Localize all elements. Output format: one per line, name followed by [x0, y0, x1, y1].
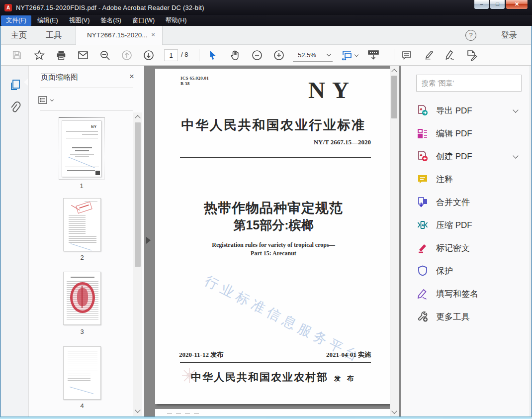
tool-comment[interactable]: 注释: [416, 171, 523, 188]
thumbnail-number: 4: [62, 402, 102, 410]
pdf-app-icon: A: [4, 4, 12, 11]
compress-pdf-icon: A: [416, 218, 429, 231]
tool-label: 标记密文: [436, 242, 470, 254]
page-number-input[interactable]: [164, 49, 178, 61]
publisher-suffix: 发 布: [334, 375, 356, 382]
thumbnail-page-2[interactable]: [63, 198, 101, 251]
tool-protect[interactable]: 保护: [416, 262, 523, 279]
tool-export-pdf[interactable]: A 导出 PDF: [416, 102, 523, 119]
previous-page-icon[interactable]: [119, 47, 135, 63]
divider: [40, 110, 133, 111]
sign-pen-icon[interactable]: [442, 47, 458, 63]
tools-search-input[interactable]: [416, 75, 522, 92]
tab-close-icon[interactable]: ×: [149, 31, 157, 39]
fit-width-icon[interactable]: [339, 47, 355, 63]
menu-edit[interactable]: 编辑(E): [32, 15, 63, 26]
thumbnail-number: 2: [62, 254, 102, 261]
export-pdf-icon: A: [416, 104, 429, 117]
thumbnail-options-button[interactable]: [38, 94, 58, 106]
save-icon[interactable]: [9, 47, 25, 63]
help-icon[interactable]: ?: [465, 30, 476, 41]
tool-redact[interactable]: 标记密文: [416, 239, 523, 256]
hand-tool-icon[interactable]: [227, 47, 243, 63]
issue-date: 2020-11-12 发布: [179, 350, 223, 359]
page-total-label: / 8: [181, 51, 188, 58]
login-button[interactable]: 登录: [501, 26, 517, 45]
zoom-out-icon[interactable]: [249, 47, 265, 63]
tool-fill-sign[interactable]: 填写和签名: [416, 285, 523, 302]
divider: [40, 88, 133, 88]
tool-label: 创建 PDF: [436, 151, 472, 162]
tool-combine-files[interactable]: 合并文件: [416, 194, 523, 210]
menu-window[interactable]: 窗口(W): [127, 15, 160, 26]
print-icon[interactable]: [53, 47, 69, 63]
minimize-button[interactable]: –: [474, 0, 489, 9]
menu-sign[interactable]: 签名(S): [95, 15, 126, 26]
pdf-page-2[interactable]: [155, 409, 392, 417]
menu-view[interactable]: 视图(V): [64, 15, 95, 26]
restore-button[interactable]: □: [490, 0, 505, 9]
thumbnail-page-3[interactable]: [63, 272, 101, 325]
attachments-paperclip-icon[interactable]: [9, 102, 22, 114]
pdf-page-1[interactable]: ICS 65.020.01 B 38 NY 中华人民共和国农业行业标准 NY/T…: [155, 69, 392, 404]
close-button[interactable]: ✕: [506, 0, 528, 9]
acrobat-window: A NYT2667.15-2020FDIS.pdf - Adobe Acroba…: [0, 0, 532, 419]
zoom-in-icon[interactable]: [271, 47, 287, 63]
page-scrolling-icon[interactable]: [365, 47, 381, 63]
thumbnail-page-1[interactable]: NY: [62, 120, 101, 177]
next-page-icon[interactable]: [141, 47, 157, 63]
zoom-level-value: 52.5%: [298, 51, 316, 59]
main-toolbar: / 8 52.5%: [1, 45, 531, 66]
document-title-cn: 热带作物品种审定规范: [155, 199, 392, 217]
tool-create-pdf[interactable]: A 创建 PDF: [416, 148, 523, 165]
expand-left-panel-icon[interactable]: [146, 237, 151, 244]
menu-help[interactable]: 帮助(H): [161, 15, 191, 26]
page-thumbnails-icon[interactable]: [9, 79, 22, 92]
tool-label: 合并文件: [436, 197, 470, 208]
chevron-down-icon: [326, 52, 331, 57]
divider: [180, 157, 371, 158]
chevron-down-icon[interactable]: [513, 107, 518, 112]
navigation-rail: [1, 66, 29, 417]
ics-code: ICS 65.020.01: [180, 76, 209, 81]
title-bar: A NYT2667.15-2020FDIS.pdf - Adobe Acroba…: [0, 0, 532, 15]
zoom-level-dropdown[interactable]: 52.5%: [293, 48, 333, 62]
publisher-name: 中华人民共和国农业农村部: [191, 371, 328, 383]
email-icon[interactable]: [75, 47, 91, 63]
document-subtitle-en: Part 15: Arecanut: [155, 250, 392, 257]
toolbar-separator: [199, 49, 199, 61]
window-title: NYT2667.15-2020FDIS.pdf - Adobe Acrobat …: [16, 4, 204, 11]
edit-pdf-icon: [416, 127, 429, 140]
thumbnail-number: 1: [62, 182, 101, 190]
window-border: [0, 417, 532, 419]
star-icon[interactable]: [31, 47, 47, 63]
menu-bar: 文件(F) 编辑(E) 视图(V) 签名(S) 窗口(W) 帮助(H): [0, 15, 532, 26]
scrollbar-thumb[interactable]: [135, 122, 141, 267]
tool-compress-pdf[interactable]: A 压缩 PDF: [416, 216, 523, 233]
thumbnail-handle: [95, 171, 100, 175]
scrollbar-thumb[interactable]: [391, 76, 397, 118]
search-icon[interactable]: [97, 47, 113, 63]
tool-more-tools[interactable]: 更多工具: [416, 308, 523, 325]
standard-number: NY/T 2667.15—2020: [314, 138, 371, 146]
toolbar-separator: [394, 49, 394, 61]
more-tools-icon: [416, 310, 429, 323]
tab-home[interactable]: 主页: [11, 26, 27, 45]
fill-sign-icon: [416, 287, 429, 300]
select-tool-icon[interactable]: [205, 47, 221, 63]
tool-edit-pdf[interactable]: 编辑 PDF: [416, 125, 523, 142]
tab-tools[interactable]: 工具: [46, 26, 62, 45]
tool-label: 编辑 PDF: [436, 128, 472, 139]
panel-close-icon[interactable]: ×: [129, 72, 134, 82]
menu-file[interactable]: 文件(F): [1, 15, 31, 26]
comment-icon: [416, 173, 429, 186]
thumbnail-number: 3: [62, 328, 102, 335]
tab-document[interactable]: NYT2667.15-2020... ×: [76, 26, 163, 45]
comment-icon[interactable]: [399, 47, 415, 63]
document-view[interactable]: ICS 65.020.01 B 38 NY 中华人民共和国农业行业标准 NY/T…: [144, 66, 401, 417]
chevron-down-icon[interactable]: [513, 153, 518, 158]
stamp-sign-icon[interactable]: [464, 47, 480, 63]
thumbnail-page-4[interactable]: [63, 346, 101, 400]
highlighter-icon[interactable]: [421, 47, 437, 63]
page-thumbnails-panel: 页面缩略图 × NY 1: [29, 66, 144, 417]
